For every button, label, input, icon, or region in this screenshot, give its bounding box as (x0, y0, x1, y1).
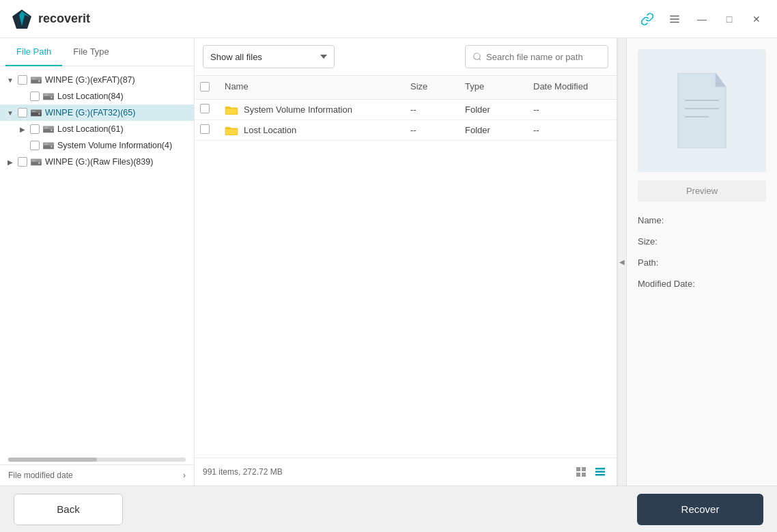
label-lost61: Lost Location(61) (57, 124, 188, 134)
row-checkbox-svi[interactable] (195, 104, 219, 115)
drive-icon-lost84 (42, 92, 55, 101)
row-checkbox-ll[interactable] (195, 124, 219, 136)
menu-icon[interactable] (665, 10, 684, 29)
checkbox-lost84[interactable] (30, 92, 40, 101)
sidebar-scrollbar-thumb (8, 458, 97, 462)
svg-rect-13 (44, 94, 48, 95)
action-bar: Back Recover (0, 486, 777, 532)
search-input[interactable] (486, 52, 601, 62)
tree-item-lost84[interactable]: ▶ Lost Location(84) (0, 88, 194, 104)
toggle-rawfiles[interactable]: ▶ (5, 157, 15, 167)
preview-name-row: Name: (638, 215, 766, 225)
sidebar-tabs: File Path File Type (0, 38, 194, 66)
drive-icon-lost61 (42, 124, 55, 134)
col-name: Name (219, 81, 405, 94)
checkbox-sysvolinfo[interactable] (30, 141, 40, 150)
search-box (465, 45, 608, 68)
preview-size-label: Size: (638, 236, 658, 247)
label-sysvolinfo: System Volume Information(4) (57, 141, 188, 150)
back-button[interactable]: Back (14, 494, 123, 525)
svg-point-16 (38, 113, 40, 115)
drive-icon-exfat (30, 75, 42, 85)
logo-icon (11, 8, 33, 30)
checkbox-exfat[interactable] (18, 75, 27, 85)
row-name-text-svi: System Volume Information (244, 104, 352, 115)
svg-point-30 (474, 53, 480, 59)
minimize-button[interactable]: — (692, 10, 711, 29)
collapse-arrow[interactable]: ◀ (617, 38, 627, 486)
main-content: File Path File Type ▼ WINPE (G:)(exFAT)(… (0, 38, 777, 486)
checkbox-rawfiles[interactable] (18, 157, 27, 167)
preview-image-area (638, 49, 766, 172)
toggle-exfat[interactable]: ▼ (5, 75, 15, 85)
grid-view-icon[interactable] (573, 464, 589, 480)
checkbox-lost61[interactable] (30, 124, 40, 134)
tree-item-exfat[interactable]: ▼ WINPE (G:)(exFAT)(87) (0, 72, 194, 88)
label-rawfiles: WINPE (G:)(Raw Files)(839) (45, 157, 188, 167)
logo-area: recoverit (11, 8, 638, 30)
preview-modified-label: Modified Date: (638, 279, 695, 289)
preview-placeholder-icon (671, 73, 733, 148)
header-checkbox[interactable] (200, 82, 210, 92)
recover-button[interactable]: Recover (637, 494, 763, 525)
row-size-svi: -- (405, 104, 460, 115)
tree-item-rawfiles[interactable]: ▶ WINPE (G:)(Raw Files)(839) (0, 154, 194, 170)
tab-file-path[interactable]: File Path (5, 38, 62, 66)
sidebar-tree: ▼ WINPE (G:)(exFAT)(87) ▶ (0, 66, 194, 458)
tree-item-sysvolinfo[interactable]: ▶ System Volume Information(4) (0, 137, 194, 154)
collapse-icon: ◀ (619, 258, 625, 266)
view-icons (573, 464, 608, 480)
tree-item-fat32[interactable]: ▼ WINPE (G:)(FAT32)(65) (0, 104, 194, 121)
toggle-fat32[interactable]: ▼ (5, 108, 15, 117)
svg-rect-25 (44, 143, 48, 144)
svg-rect-29 (32, 160, 36, 160)
tab-file-type[interactable]: File Type (62, 38, 120, 66)
drive-icon-rawfiles (30, 157, 42, 167)
file-table-header: Name Size Type Date Modified (195, 76, 617, 100)
svg-rect-17 (32, 111, 36, 111)
col-date: Date Modified (528, 81, 617, 94)
table-row[interactable]: Lost Location -- Folder -- (195, 120, 617, 141)
row-name-ll: Lost Location (219, 125, 405, 136)
preview-size-row: Size: (638, 236, 766, 247)
table-row[interactable]: System Volume Information -- Folder -- (195, 100, 617, 120)
col-type: Type (460, 81, 528, 94)
row-date-svi: -- (528, 104, 617, 115)
list-view-icon[interactable] (592, 464, 608, 480)
sidebar-bottom-arrow: › (183, 471, 186, 480)
svg-rect-33 (576, 473, 580, 477)
svg-rect-37 (595, 474, 605, 476)
file-list-toolbar: Show all files Images Videos Audio Docum… (195, 38, 617, 76)
file-filter-select[interactable]: Show all files Images Videos Audio Docum… (203, 45, 335, 68)
tree-item-lost61[interactable]: ▶ Lost Location(61) (0, 121, 194, 137)
sidebar-bottom[interactable]: File modified date › (0, 464, 194, 486)
file-list-footer: 991 items, 272.72 MB (195, 458, 617, 486)
row-size-ll: -- (405, 125, 460, 135)
col-checkbox[interactable] (195, 81, 219, 94)
preview-path-row: Path: (638, 257, 766, 268)
preview-path-label: Path: (638, 257, 658, 268)
label-lost84: Lost Location(84) (57, 92, 188, 101)
drive-icon-fat32 (30, 108, 42, 117)
svg-rect-9 (32, 78, 36, 79)
sidebar-bottom-label: File modified date (8, 471, 73, 480)
link-icon[interactable] (638, 10, 657, 29)
maximize-button[interactable]: □ (720, 10, 739, 29)
svg-point-28 (38, 162, 40, 164)
checkbox-ll[interactable] (200, 124, 210, 134)
svg-rect-31 (576, 467, 580, 471)
sidebar: File Path File Type ▼ WINPE (G:)(exFAT)(… (0, 38, 195, 486)
checkbox-svi[interactable] (200, 104, 210, 113)
row-type-ll: Folder (460, 125, 528, 135)
preview-name-label: Name: (638, 215, 664, 225)
close-button[interactable]: ✕ (747, 10, 766, 29)
svg-rect-21 (44, 127, 48, 128)
preview-button[interactable]: Preview (638, 180, 766, 201)
app-title: recoverit (38, 12, 90, 26)
toggle-lost61[interactable]: ▶ (18, 124, 27, 134)
svg-point-20 (51, 129, 53, 131)
checkbox-fat32[interactable] (18, 108, 27, 117)
preview-panel: Preview Name: Size: Path: Modified Date: (627, 38, 777, 486)
search-icon (472, 52, 482, 61)
svg-marker-39 (716, 73, 726, 87)
